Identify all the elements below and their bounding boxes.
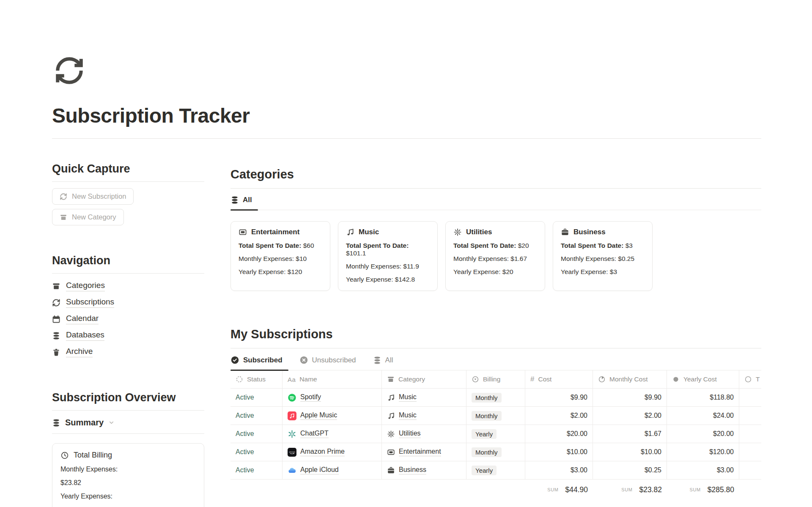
status-cell[interactable]: Active: [230, 407, 283, 425]
yearly-cost-cell[interactable]: $24.00: [667, 407, 739, 425]
music-note-icon: [387, 394, 395, 402]
tab-unsubscribed[interactable]: Unsubscribed: [299, 348, 367, 370]
sidebar-item-databases[interactable]: Databases: [52, 330, 204, 341]
category-card-entertainment[interactable]: Entertainment Total Spent To Date: $60 M…: [230, 221, 330, 291]
monthly-cost-cell[interactable]: $1.67: [593, 425, 667, 443]
cost-cell[interactable]: $10.00: [525, 443, 593, 461]
divider: [52, 138, 761, 139]
cost-cell[interactable]: $9.90: [525, 389, 593, 407]
divider: [52, 181, 204, 182]
name-cell[interactable]: Spotify: [283, 389, 382, 407]
status-cell[interactable]: Active: [230, 461, 283, 480]
column-category[interactable]: Category: [382, 370, 466, 389]
database-icon: [52, 419, 60, 427]
briefcase-icon: [387, 466, 395, 474]
cost-cell[interactable]: $2.00: [525, 407, 593, 425]
new-subscription-button[interactable]: New Subscription: [52, 188, 134, 205]
monthly-cost-cell[interactable]: $0.25: [593, 461, 667, 480]
monthly-cost-sum[interactable]: SUM$23.82: [593, 480, 667, 500]
billing-cell[interactable]: Monthly: [466, 389, 525, 407]
subscription-overview-heading: Subscription Overview: [52, 391, 204, 404]
summary-view-selector[interactable]: Summary: [52, 418, 204, 428]
subscription-tracker-page: Subscription Tracker Quick Capture New S…: [0, 0, 812, 507]
x-circle-icon: [299, 356, 308, 364]
atom-icon: [453, 228, 462, 236]
new-category-button[interactable]: New Category: [52, 209, 124, 225]
category-cell[interactable]: Music: [382, 407, 466, 425]
category-box-icon: [387, 375, 395, 383]
total-billing-title: Total Billing: [74, 451, 112, 460]
yearly-cost-cell[interactable]: $3.00: [667, 461, 739, 480]
category-cell[interactable]: Utilities: [382, 425, 466, 443]
name-cell[interactable]: Apple Music: [283, 407, 382, 425]
yearly-cost-sum[interactable]: SUM$285.80: [667, 480, 739, 500]
truncated-cell[interactable]: [739, 425, 761, 443]
amazon-prime-icon: amazon: [288, 448, 296, 457]
status-cell[interactable]: Active: [230, 389, 283, 407]
column-truncated[interactable]: T: [739, 370, 761, 389]
category-cell[interactable]: Entertainment: [382, 443, 466, 461]
page-refresh-icon[interactable]: [52, 55, 87, 86]
column-yearly-cost[interactable]: Yearly Cost: [667, 370, 739, 389]
yearly-cost-cell[interactable]: $118.80: [667, 389, 739, 407]
category-card-music[interactable]: Music Total Spent To Date: $101.1 Monthl…: [338, 221, 438, 291]
column-cost[interactable]: #Cost: [525, 370, 593, 389]
table-row: Active: [230, 425, 761, 443]
tab-all-subscriptions[interactable]: All: [373, 348, 404, 370]
monthly-cost-cell[interactable]: $10.00: [593, 443, 667, 461]
column-monthly-cost[interactable]: Monthly Cost: [593, 370, 667, 389]
sidebar-item-calendar[interactable]: Calendar: [52, 314, 204, 324]
divider: [52, 273, 204, 274]
sidebar-item-archive[interactable]: Archive: [52, 347, 204, 357]
billing-cell[interactable]: Monthly: [466, 407, 525, 425]
calendar-icon: [52, 315, 60, 323]
name-cell[interactable]: ChatGPT: [283, 425, 382, 443]
tab-subscribed[interactable]: Subscribed: [230, 348, 294, 370]
category-card-business[interactable]: Business Total Spent To Date: $3 Monthly…: [553, 221, 653, 291]
database-icon: [373, 356, 381, 364]
select-icon: [472, 375, 479, 383]
column-name[interactable]: AaName: [283, 370, 382, 389]
billing-cell[interactable]: Yearly: [466, 461, 525, 480]
name-cell[interactable]: amazon Amazon Prime: [283, 443, 382, 461]
table-header-row: Status AaName Category: [230, 370, 761, 389]
yearly-cost-cell[interactable]: $120.00: [667, 443, 739, 461]
sidebar-item-categories[interactable]: Categories: [52, 281, 204, 291]
status-cell[interactable]: Active: [230, 443, 283, 461]
tab-all-categories[interactable]: All: [230, 189, 263, 210]
name-cell[interactable]: Apple iCloud: [283, 461, 382, 480]
truncated-cell[interactable]: [739, 461, 761, 480]
yearly-cost-cell[interactable]: $20.00: [667, 425, 739, 443]
truncated-cell[interactable]: [739, 389, 761, 407]
new-category-label: New Category: [72, 213, 116, 221]
category-box-icon: [52, 282, 60, 290]
cost-cell[interactable]: $20.00: [525, 425, 593, 443]
billing-cell[interactable]: Yearly: [466, 425, 525, 443]
new-subscription-label: New Subscription: [72, 192, 126, 200]
table-row: Active Spotify Music Monthly $9.: [230, 389, 761, 407]
svg-text:amazon: amazon: [289, 450, 295, 452]
sidebar: Quick Capture New Subscription: [52, 162, 204, 507]
cost-cell[interactable]: $3.00: [525, 461, 593, 480]
screen-icon: [387, 448, 395, 456]
monthly-cost-cell[interactable]: $2.00: [593, 407, 667, 425]
column-billing[interactable]: Billing: [466, 370, 525, 389]
refresh-icon: [60, 193, 67, 200]
main-content: Categories All Entertainment: [230, 162, 761, 507]
sidebar-item-subscriptions[interactable]: Subscriptions: [52, 297, 204, 308]
page-title: Subscription Tracker: [52, 104, 812, 127]
category-cell[interactable]: Business: [382, 461, 466, 480]
monthly-cost-cell[interactable]: $9.90: [593, 389, 667, 407]
table-row: Active Apple iCloud Business Yearly: [230, 461, 761, 480]
table-row: Active amazon Amazon Prime Entertainment…: [230, 443, 761, 461]
category-card-utilities[interactable]: Utilities Total Spent To Date: $20 Month…: [445, 221, 545, 291]
truncated-cell[interactable]: [739, 407, 761, 425]
navigation-list: Categories Subscriptions: [52, 281, 204, 357]
status-cell[interactable]: Active: [230, 425, 283, 443]
navigation-heading: Navigation: [52, 254, 204, 267]
column-status[interactable]: Status: [230, 370, 283, 389]
truncated-cell[interactable]: [739, 443, 761, 461]
category-cell[interactable]: Music: [382, 389, 466, 407]
billing-cell[interactable]: Monthly: [466, 443, 525, 461]
cost-sum[interactable]: SUM$44.90: [525, 480, 593, 500]
